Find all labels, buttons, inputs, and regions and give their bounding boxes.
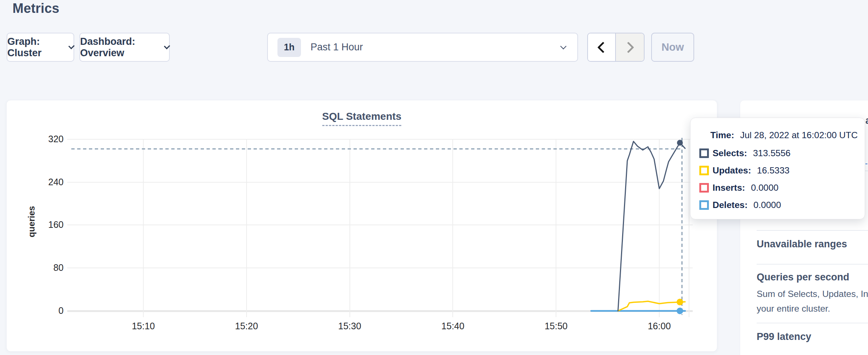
time-range-badge: 1h (277, 38, 301, 57)
time-range-dropdown[interactable]: 1h Past 1 Hour (267, 33, 578, 62)
chart-plot-area[interactable] (7, 100, 718, 352)
chevron-left-icon (597, 42, 609, 53)
tooltip-time-row: Time: Jul 28, 2022 at 16:02:00 UTC (710, 130, 858, 141)
graph-dropdown-label: Graph: Cluster (7, 36, 64, 59)
graph-dropdown[interactable]: Graph: Cluster (7, 33, 74, 62)
tooltip-series-label: Deletes: (713, 200, 747, 210)
series-line-updates (618, 301, 685, 311)
clipped-heading-fragment: a (865, 115, 868, 126)
chevron-down-icon (164, 43, 170, 49)
sidebar-divider (757, 230, 868, 231)
hover-dot-selects (677, 140, 683, 146)
summary-qps-description-line1: Sum of Selects, Updates, Inserts, (757, 289, 868, 299)
hover-dot-updates (677, 299, 683, 305)
inserts-series-swatch-icon (699, 183, 709, 193)
selects-series-swatch-icon (699, 148, 709, 158)
tooltip-series-label: Updates: (713, 165, 751, 176)
summary-qps-title: Queries per second (757, 272, 849, 283)
tooltip-series-row: Inserts: 0.0000 (699, 182, 778, 193)
now-button-label: Now (661, 41, 684, 53)
tooltip-series-row: Updates: 16.5333 (699, 165, 789, 176)
next-time-button[interactable] (616, 33, 644, 61)
sidebar-divider (757, 323, 868, 323)
tooltip-series-value: 313.5556 (753, 148, 790, 158)
chevron-right-icon (623, 42, 634, 53)
dashboard-dropdown[interactable]: Dashboard: Overview (79, 33, 170, 62)
sidebar-divider (757, 264, 868, 265)
tooltip-series-row: Deletes: 0.0000 (699, 200, 781, 211)
chevron-down-icon (560, 43, 567, 49)
metrics-page: { "page": { "title": "Metrics" }, "toolb… (0, 0, 868, 355)
dashboard-dropdown-label: Dashboard: Overview (80, 36, 159, 59)
tooltip-series-value: 16.5333 (757, 165, 790, 176)
deletes-series-swatch-icon (699, 200, 709, 210)
summary-qps-description-line2: your entire cluster. (757, 304, 830, 314)
hover-dot-deletes (677, 308, 683, 314)
chevron-down-icon (68, 43, 75, 49)
tooltip-series-value: 0.0000 (751, 183, 779, 193)
summary-unavailable-ranges-title: Unavailable ranges (757, 239, 847, 250)
tooltip-time-label: Time: (710, 130, 734, 140)
time-range-label: Past 1 Hour (311, 42, 561, 53)
tooltip-series-label: Inserts: (713, 183, 745, 193)
updates-series-swatch-icon (699, 166, 709, 175)
tooltip-time-value: Jul 28, 2022 at 16:02:00 UTC (740, 130, 858, 140)
chart-hover-tooltip: Time: Jul 28, 2022 at 16:02:00 UTC Selec… (690, 118, 865, 219)
tooltip-series-value: 0.0000 (753, 200, 781, 210)
now-button[interactable]: Now (651, 33, 694, 62)
tooltip-series-label: Selects: (713, 148, 747, 158)
previous-time-button[interactable] (588, 33, 616, 61)
clipped-link-fragment (865, 155, 868, 164)
series-line-selects (618, 141, 685, 311)
tooltip-series-row: Selects: 313.5556 (699, 148, 790, 159)
time-step-button-group (587, 33, 645, 62)
summary-p99-title: P99 latency (757, 331, 811, 343)
sql-statements-chart-card: SQL Statements queries 32024016080015:10… (6, 100, 717, 352)
page-title: Metrics (12, 1, 59, 16)
